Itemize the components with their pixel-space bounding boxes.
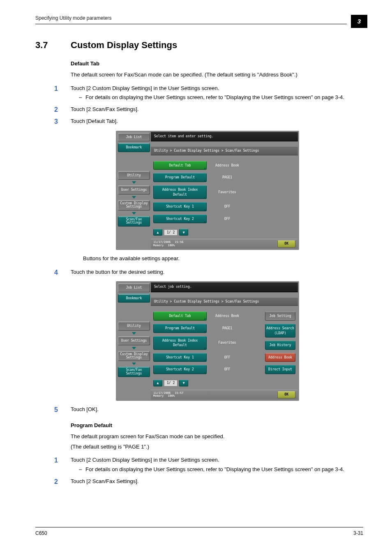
opt-value: Favorites: [210, 339, 244, 347]
footer-right: 3-31: [353, 530, 363, 537]
screenshot-2: Job List Bookmark Utility User Settings …: [116, 281, 299, 401]
opt-value: OFF: [210, 203, 244, 211]
rcol-job-setting[interactable]: Job Setting: [265, 312, 295, 321]
rcol-address-search[interactable]: Address Search (LDAP): [265, 324, 295, 338]
step-number: 1: [54, 85, 66, 102]
arrow-down-icon: ▼: [183, 381, 185, 386]
status-time: 15:56: [175, 241, 183, 244]
opt-value: OFF: [210, 365, 244, 374]
page-down-button[interactable]: ▼: [179, 229, 188, 236]
page-indicator: 1/ 2: [164, 229, 178, 236]
program-default-desc2: (The default setting is "PAGE 1".): [71, 443, 358, 451]
side-bookmark[interactable]: Bookmark: [118, 294, 150, 303]
opt-shortcut-1[interactable]: Shortcut Key 1: [153, 202, 207, 211]
side-scan-fax[interactable]: Scan/Fax Settings: [118, 367, 150, 377]
screenshot-1: Job List Bookmark Utility User Settings …: [116, 131, 299, 250]
default-tab-desc: The default screen for Fax/Scan mode can…: [71, 71, 358, 79]
section-number: 3.7: [35, 39, 71, 52]
side-job-list[interactable]: Job List: [118, 283, 150, 292]
chapter-tab: 3: [351, 15, 367, 28]
status-mem-value: 100%: [168, 244, 175, 247]
chevron-down-icon: [132, 196, 136, 199]
status-bar: 11/17/200615:57 Memory100% OK: [151, 390, 298, 400]
arrow-up-icon: ▲: [157, 381, 159, 386]
opt-default-tab[interactable]: Default Tab: [153, 312, 207, 321]
chevron-down-icon: [132, 332, 136, 335]
footer-left: C650: [35, 530, 47, 537]
opt-shortcut-2[interactable]: Shortcut Key 2: [153, 215, 207, 224]
step-number: 3: [54, 118, 66, 125]
page-up-button[interactable]: ▲: [153, 229, 162, 236]
opt-value: OFF: [210, 354, 244, 362]
opt-value: PAGE1: [210, 173, 244, 182]
running-header: Specifying Utility mode parameters 3: [35, 15, 363, 29]
side-user-settings[interactable]: User Settings: [118, 185, 150, 194]
runhead-title: Specifying Utility mode parameters: [35, 15, 363, 22]
page-down-button[interactable]: ▼: [179, 380, 188, 386]
opt-value: Address Book: [210, 162, 244, 170]
side-custom-display[interactable]: Custom Display Settings: [118, 351, 150, 361]
opt-value: PAGE1: [210, 324, 244, 333]
breadcrumb: Utility > Custom Display Settings > Scan…: [151, 146, 298, 155]
step-text: Touch [2 Custom Display Settings] in the…: [71, 457, 219, 463]
mid-line: Buttons for the available settings appea…: [83, 255, 358, 263]
step-subnote: For details on displaying the User Setti…: [79, 466, 358, 474]
side-job-list[interactable]: Job List: [118, 133, 150, 142]
opt-value: Favorites: [210, 188, 244, 197]
subhead-default-tab: Default Tab: [71, 60, 358, 68]
status-time: 15:57: [175, 392, 183, 395]
arrow-up-icon: ▲: [157, 230, 159, 235]
opt-program-default[interactable]: Program Default: [153, 324, 207, 333]
step-number: 1: [54, 456, 66, 474]
page-indicator: 1/ 2: [164, 380, 178, 386]
step-subnote: For details on displaying the User Setti…: [79, 94, 358, 102]
rcol-direct-input[interactable]: Direct Input: [265, 365, 295, 374]
opt-default-tab[interactable]: Default Tab: [153, 161, 207, 170]
pager: ▲ 1/ 2 ▼: [153, 380, 263, 386]
page-up-button[interactable]: ▲: [153, 380, 162, 386]
opt-value: OFF: [210, 215, 244, 223]
opt-shortcut-2[interactable]: Shortcut Key 2: [153, 365, 207, 374]
runhead-rule: [35, 24, 347, 24]
opt-shortcut-1[interactable]: Shortcut Key 1: [153, 353, 207, 362]
step-text: Touch [2 Custom Display Settings] in the…: [71, 85, 219, 91]
arrow-down-icon: ▼: [183, 230, 185, 235]
step-text: Touch [OK].: [71, 406, 99, 412]
subhead-program-default: Program Default: [71, 422, 358, 430]
side-utility[interactable]: Utility: [118, 321, 150, 331]
status-bar: 11/17/200615:56 Memory100% OK: [151, 239, 298, 249]
chevron-down-icon: [132, 363, 136, 365]
page-footer: C650 3-31: [35, 527, 363, 537]
side-custom-display[interactable]: Custom Display Settings: [118, 200, 150, 210]
ok-button[interactable]: OK: [277, 391, 295, 398]
rcol-address-book[interactable]: Address Book: [265, 353, 295, 362]
step-text: Touch [Default Tab].: [71, 118, 118, 124]
opt-addr-index[interactable]: Address Book Index Default: [153, 185, 207, 199]
step-text: Touch the button for the desired setting…: [71, 269, 164, 275]
program-default-desc1: The default program screen for Fax/Scan …: [71, 433, 358, 441]
opt-addr-index[interactable]: Address Book Index Default: [153, 336, 207, 350]
section-title: Custom Display Settings: [71, 39, 177, 52]
chevron-down-icon: [132, 347, 136, 349]
opt-value: Address Book: [210, 312, 244, 320]
side-scan-fax[interactable]: Scan/Fax Settings: [118, 216, 150, 227]
side-bookmark[interactable]: Bookmark: [118, 143, 150, 152]
panel-title: Select item and enter setting.: [151, 132, 298, 142]
rcol-job-history[interactable]: Job History: [265, 341, 295, 350]
step-number: 4: [54, 268, 66, 276]
step-text: Touch [2 Scan/Fax Settings].: [71, 106, 138, 112]
step-text: Touch [2 Scan/Fax Settings].: [71, 478, 138, 484]
opt-program-default[interactable]: Program Default: [153, 173, 207, 182]
status-mem-label: Memory: [153, 244, 164, 247]
chevron-down-icon: [132, 212, 136, 215]
chevron-down-icon: [132, 181, 136, 184]
ok-button[interactable]: OK: [277, 240, 295, 247]
status-mem-value: 100%: [168, 395, 175, 398]
step-number: 5: [54, 406, 66, 414]
section-heading: 3.7 Custom Display Settings: [35, 39, 363, 52]
panel-title: Select job setting.: [151, 282, 298, 292]
status-mem-label: Memory: [153, 395, 164, 398]
breadcrumb: Utility > Custom Display Settings > Scan…: [151, 297, 298, 306]
side-user-settings[interactable]: User Settings: [118, 336, 150, 345]
side-utility[interactable]: Utility: [118, 171, 150, 180]
